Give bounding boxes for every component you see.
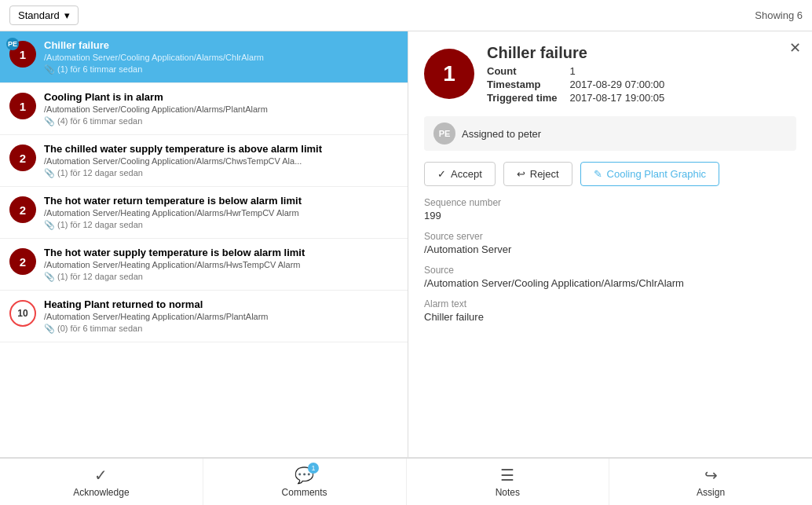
paperclip-icon: 📎: [44, 220, 55, 229]
alarm-info: Heating Plant returned to normal /Automa…: [44, 298, 398, 334]
source-label: Source: [424, 265, 796, 276]
alarm-info: Cooling Plant is in alarm /Automation Se…: [44, 91, 398, 126]
paperclip-icon: 📎: [44, 168, 55, 177]
alarm-text-section: Alarm text Chiller failure: [424, 298, 796, 323]
dropdown-label: Standard: [18, 9, 60, 21]
detail-panel: ✕ 1 Chiller failure Count 1 Timestamp 20…: [408, 31, 812, 457]
alarm-path: /Automation Server/Heating Application/A…: [44, 260, 398, 269]
alarm-title: Heating Plant returned to normal: [44, 298, 398, 310]
alarm-item-heating-plant-normal[interactable]: 10 Heating Plant returned to normal /Aut…: [0, 291, 408, 342]
assign-label: Assign: [697, 487, 725, 498]
assign-tab[interactable]: ↪ Assign: [609, 459, 812, 505]
alarm-title: The hot water supply temperature is belo…: [44, 247, 398, 258]
alarm-info: The hot water return temperature is belo…: [44, 195, 398, 230]
chevron-down-icon: ▾: [64, 9, 70, 21]
count-value: 1: [570, 65, 665, 77]
alarm-info: The chilled water supply temperature is …: [44, 143, 398, 178]
notes-icon: ☰: [500, 466, 514, 485]
alarm-item-hot-water-return[interactable]: 2 The hot water return temperature is be…: [0, 187, 408, 239]
notes-label: Notes: [496, 487, 520, 498]
comments-tab[interactable]: 💬 1 Comments: [203, 459, 407, 505]
alarm-info: The hot water supply temperature is belo…: [44, 247, 398, 282]
alarm-text-value: Chiller failure: [424, 311, 796, 323]
paperclip-icon: 📎: [44, 64, 55, 74]
alarm-title: Chiller failure: [44, 39, 398, 51]
count-label: Count: [487, 65, 558, 77]
alarm-path: /Automation Server/Heating Application/A…: [44, 208, 398, 218]
source-server-value: /Automation Server: [424, 243, 796, 255]
alarm-list: PE 1 Chiller failure /Automation Server/…: [0, 31, 408, 457]
top-bar: Standard ▾ Showing 6: [0, 0, 812, 31]
alarm-item-cooling-plant-alarm[interactable]: 1 Cooling Plant is in alarm /Automation …: [0, 83, 408, 135]
assigned-text: Assigned to peter: [462, 128, 541, 140]
alarm-info: Chiller failure /Automation Server/Cooli…: [44, 39, 398, 75]
acknowledge-tab[interactable]: ✓ Acknowledge: [0, 459, 203, 505]
source-server-section: Source server /Automation Server: [424, 231, 796, 255]
alarm-meta: 📎 (1) för 12 dagar sedan: [44, 168, 398, 178]
close-button[interactable]: ✕: [789, 39, 801, 57]
pencil-icon: ✎: [594, 168, 602, 180]
alarm-item-chilled-water-supply[interactable]: 2 The chilled water supply temperature i…: [0, 135, 408, 187]
standard-dropdown[interactable]: Standard ▾: [9, 5, 79, 25]
action-buttons: ✓ Accept ↩ Reject ✎ Cooling Plant Graphi…: [424, 162, 796, 186]
reject-button[interactable]: ↩ Reject: [503, 162, 572, 186]
checkmark-icon: ✓: [437, 168, 446, 180]
seq-label: Sequence number: [424, 197, 796, 208]
paperclip-icon: 📎: [44, 116, 55, 126]
seq-value: 199: [424, 210, 796, 221]
sequence-number-section: Sequence number 199: [424, 197, 796, 221]
detail-title-section: Chiller failure Count 1 Timestamp 2017-0…: [487, 44, 664, 104]
timestamp-label: Timestamp: [487, 79, 558, 90]
notes-tab[interactable]: ☰ Notes: [407, 459, 610, 505]
triggered-value: 2017-08-17 19:00:05: [570, 92, 665, 104]
reject-icon: ↩: [517, 168, 525, 180]
comments-label: Comments: [282, 487, 327, 498]
comments-badge: 1: [308, 463, 319, 474]
assigned-row: PE Assigned to peter: [424, 116, 796, 151]
alarm-title: Cooling Plant is in alarm: [44, 91, 398, 103]
alarm-path: /Automation Server/Cooling Application/A…: [44, 53, 398, 62]
alarm-meta: 📎 (1) för 12 dagar sedan: [44, 272, 398, 282]
timestamp-value: 2017-08-29 07:00:00: [570, 79, 665, 90]
alarm-meta: 📎 (1) för 6 timmar sedan: [44, 64, 398, 75]
alarm-item-hot-water-supply[interactable]: 2 The hot water supply temperature is be…: [0, 239, 408, 291]
checkmark-icon: ✓: [94, 466, 108, 485]
alarm-badge-initials: PE: [6, 38, 19, 50]
graphic-button[interactable]: ✎ Cooling Plant Graphic: [580, 162, 719, 186]
showing-text: Showing 6: [755, 9, 803, 21]
alarm-path: /Automation Server/Cooling Application/A…: [44, 156, 398, 166]
paperclip-icon: 📎: [44, 272, 55, 281]
alarm-badge: 2: [9, 145, 36, 171]
acknowledge-label: Acknowledge: [73, 487, 129, 498]
source-server-label: Source server: [424, 231, 796, 242]
assigned-avatar: PE: [433, 123, 455, 145]
alarm-meta: 📎 (4) för 6 timmar sedan: [44, 116, 398, 126]
alarm-meta: 📎 (1) för 12 dagar sedan: [44, 220, 398, 230]
alarm-badge: 1: [9, 93, 36, 119]
comments-icon: 💬 1: [294, 466, 314, 485]
alarm-title: The hot water return temperature is belo…: [44, 195, 398, 207]
detail-badge: 1: [424, 49, 474, 99]
triggered-label: Triggered time: [487, 92, 558, 104]
main-content: PE 1 Chiller failure /Automation Server/…: [0, 31, 812, 457]
bottom-bar: ✓ Acknowledge 💬 1 Comments ☰ Notes ↪ Ass…: [0, 457, 812, 505]
source-section: Source /Automation Server/Cooling Applic…: [424, 265, 796, 289]
assign-icon: ↪: [704, 466, 718, 485]
alarm-meta: 📎 (0) för 6 timmar sedan: [44, 324, 398, 334]
alarm-badge: 2: [9, 196, 36, 223]
alarm-path: /Automation Server/Heating Application/A…: [44, 312, 398, 321]
alarm-badge: 2: [9, 248, 36, 275]
alarm-badge: 10: [9, 300, 36, 327]
alarm-badge: PE 1: [9, 41, 36, 68]
alarm-item-chiller-failure[interactable]: PE 1 Chiller failure /Automation Server/…: [0, 31, 408, 83]
paperclip-icon: 📎: [44, 324, 55, 333]
alarm-text-label: Alarm text: [424, 298, 796, 309]
source-value: /Automation Server/Cooling Application/A…: [424, 277, 796, 289]
alarm-path: /Automation Server/Cooling Application/A…: [44, 104, 398, 114]
detail-header: 1 Chiller failure Count 1 Timestamp 2017…: [424, 44, 796, 104]
detail-title: Chiller failure: [487, 44, 664, 62]
alarm-title: The chilled water supply temperature is …: [44, 143, 398, 155]
accept-button[interactable]: ✓ Accept: [424, 162, 496, 186]
detail-info: Count 1 Timestamp 2017-08-29 07:00:00 Tr…: [487, 65, 664, 104]
